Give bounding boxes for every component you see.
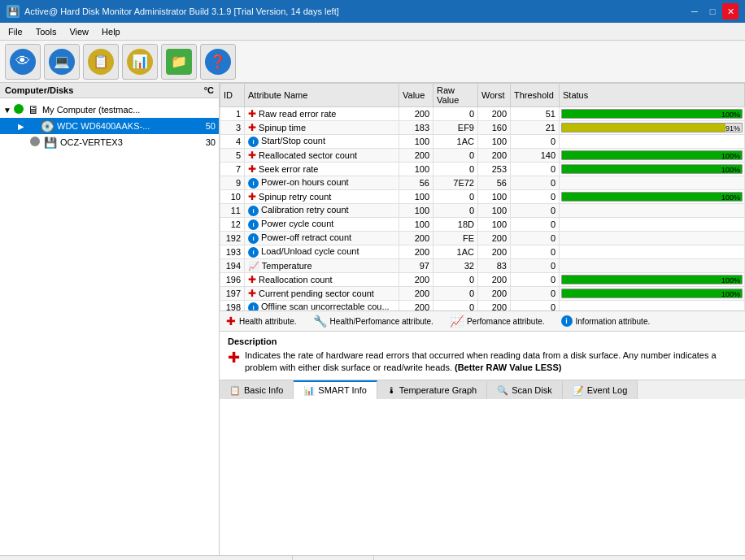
cell-status — [560, 301, 745, 311]
temp-unit-label: °C — [204, 85, 214, 95]
legend-info-label: Information attribute. — [576, 317, 651, 326]
cell-name: ✚ Spinup time — [245, 121, 399, 135]
description-text: Indicates the rate of hardware read erro… — [245, 349, 737, 375]
col-raw: Raw Value — [433, 84, 478, 107]
smart-table[interactable]: ID Attribute Name Value Raw Value Worst … — [220, 83, 745, 310]
titlebar-title: Active@ Hard Disk Monitor Administrator … — [24, 7, 339, 16]
cell-name: ✚ Reallocated sector count — [245, 149, 399, 163]
ocz-label: OCZ-VERTEX3 — [60, 137, 203, 147]
svg-point-2 — [30, 137, 40, 146]
cell-id: 193 — [220, 245, 245, 259]
cell-id: 1 — [220, 107, 245, 121]
legend-health: ✚ Health attribute. — [226, 315, 297, 328]
app-icon: 💾 — [7, 5, 20, 18]
cell-worst: 200 — [478, 273, 511, 287]
cell-threshold: 0 — [511, 259, 560, 273]
volumes-panel: D:\ ACER NTFS 59.972 GB 42% (25.494 GB) … — [374, 556, 745, 560]
cell-name: i Power cycle count — [245, 218, 399, 232]
cell-worst: 253 — [478, 163, 511, 176]
tab-basic-label: Basic Info — [244, 385, 283, 395]
chart-icon: 📊 — [127, 49, 153, 75]
cell-value: 200 — [399, 245, 433, 259]
cell-name: ✚ Seek error rate — [245, 163, 399, 176]
tree-area: ▼ 🖥 My Computer (testmac... ▶ 💽 WDC WD64… — [0, 98, 219, 555]
cell-raw: 1AC — [433, 135, 478, 149]
tab-smart-icon: 📊 — [303, 385, 315, 396]
expand-icon: ▼ — [3, 106, 11, 115]
cell-value: 183 — [399, 121, 433, 135]
tree-item-mycomputer[interactable]: ▼ 🖥 My Computer (testmac... — [0, 102, 219, 118]
tab-temp[interactable]: 🌡 Temperature Graph — [377, 380, 487, 399]
toolbar-report-btn[interactable]: 📋 — [83, 44, 119, 80]
cell-raw: 0 — [433, 149, 478, 163]
cell-raw: 18D — [433, 218, 478, 232]
computer-status-icon — [13, 103, 24, 116]
cell-worst: 200 — [478, 149, 511, 163]
cell-id: 10 — [220, 190, 245, 204]
col-threshold: Threshold — [511, 84, 560, 107]
toolbar-computer-btn[interactable]: 💻 — [44, 44, 80, 80]
cell-value: 100 — [399, 190, 433, 204]
menubar: File Tools View Help — [0, 23, 745, 41]
toolbar-chart-btn[interactable]: 📊 — [122, 44, 158, 80]
menu-help[interactable]: Help — [97, 25, 125, 38]
cell-value: 200 — [399, 301, 433, 311]
svg-point-1 — [27, 120, 37, 130]
computer-icon: 💻 — [49, 49, 75, 75]
wdc-temp: 50 — [206, 121, 216, 131]
cell-id: 198 — [220, 301, 245, 311]
maximize-button[interactable]: □ — [704, 3, 721, 20]
temperature-panel: Temperature 0 50 100 50°C °F — [293, 556, 374, 560]
tab-event-icon: 📝 — [573, 385, 584, 396]
cell-worst: 160 — [478, 121, 511, 135]
minimize-button[interactable]: ─ — [686, 3, 703, 20]
cell-raw: EF9 — [433, 121, 478, 135]
col-value: Value — [399, 84, 433, 107]
legend-area: ✚ Health attribute. 🔧 Health/Perfomance … — [220, 310, 745, 331]
legend-perf-label: Health/Perfomance attribute. — [330, 317, 433, 326]
toolbar-monitor-btn[interactable]: 👁 — [5, 44, 41, 80]
legend-info: i Information attribute. — [561, 315, 651, 327]
computer-icon: 🖥 — [28, 103, 39, 116]
right-panel: ID Attribute Name Value Raw Value Worst … — [220, 83, 745, 555]
col-name: Attribute Name — [245, 84, 399, 107]
toolbar-folder-btn[interactable]: 📁 — [161, 44, 197, 80]
menu-view[interactable]: View — [64, 25, 94, 38]
cell-name: i Power-off retract count — [245, 232, 399, 245]
close-button[interactable]: ✕ — [722, 3, 738, 20]
cell-id: 12 — [220, 218, 245, 232]
info-legend-icon: i — [561, 315, 573, 327]
legend-perf: 🔧 Health/Perfomance attribute. — [313, 315, 433, 328]
menu-tools[interactable]: Tools — [31, 25, 62, 38]
cell-raw: 0 — [433, 301, 478, 311]
cell-raw: 0 — [433, 273, 478, 287]
cell-threshold: 0 — [511, 135, 560, 149]
cell-raw: 1AC — [433, 245, 478, 259]
tab-basic[interactable]: 📋 Basic Info — [220, 380, 294, 399]
cell-id: 3 — [220, 121, 245, 135]
tab-smart-label: SMART Info — [318, 385, 367, 395]
cell-id: 5 — [220, 149, 245, 163]
tab-smart[interactable]: 📊 SMART Info — [294, 380, 377, 399]
cell-raw: 0 — [433, 287, 478, 301]
cell-value: 200 — [399, 232, 433, 245]
col-worst: Worst — [478, 84, 511, 107]
svg-point-0 — [14, 104, 24, 114]
tab-scan[interactable]: 🔍 Scan Disk — [487, 380, 563, 399]
cell-status: 100% — [560, 287, 745, 301]
cell-value: 200 — [399, 107, 433, 121]
menu-file[interactable]: File — [3, 25, 28, 38]
tree-item-ocz[interactable]: 💾 OCZ-VERTEX3 30 — [0, 134, 219, 150]
cell-value: 100 — [399, 204, 433, 218]
toolbar-help-btn[interactable]: ❓ — [200, 44, 236, 80]
legend-health-label: Health attribute. — [239, 317, 297, 326]
tree-item-wdc[interactable]: ▶ 💽 WDC WD6400AAKS-... 50 — [0, 118, 219, 134]
tab-basic-icon: 📋 — [229, 385, 241, 396]
wdc-status-icon — [26, 119, 37, 132]
description-content: ✚ Indicates the rate of hardware read er… — [228, 349, 737, 375]
cell-worst: 56 — [478, 176, 511, 190]
help-icon: ❓ — [205, 49, 231, 75]
cell-value: 200 — [399, 287, 433, 301]
tab-event[interactable]: 📝 Event Log — [563, 380, 638, 399]
cell-id: 192 — [220, 232, 245, 245]
